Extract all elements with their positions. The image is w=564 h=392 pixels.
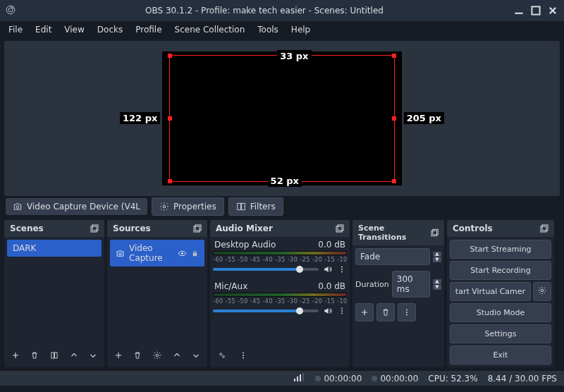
source-up-button[interactable] — [168, 346, 185, 365]
controls-dock: Controls Start Streaming Start Recording… — [447, 220, 554, 367]
speaker-icon[interactable] — [323, 264, 333, 274]
svg-rect-3 — [532, 6, 539, 14]
volume-slider[interactable] — [213, 268, 319, 271]
svg-rect-35 — [541, 226, 546, 232]
svg-rect-31 — [433, 229, 439, 235]
duration-spin[interactable]: ▲▼ — [433, 279, 441, 290]
more-icon[interactable] — [337, 306, 347, 316]
svg-rect-2 — [515, 13, 522, 14]
add-transition-button[interactable] — [355, 303, 374, 321]
duration-field[interactable]: 300 ms — [392, 271, 430, 298]
transition-more-button[interactable] — [398, 303, 416, 321]
svg-rect-10 — [51, 353, 54, 358]
dock-row: Scenes DARK Sources Video Capture — [0, 217, 564, 370]
menu-profile[interactable]: Profile — [130, 23, 167, 37]
start-recording-button[interactable]: Start Recording — [450, 261, 551, 280]
menu-bar: File Edit View Docks Profile Scene Colle… — [0, 21, 564, 38]
transition-select[interactable]: Fade — [355, 248, 430, 265]
svg-rect-40 — [300, 374, 301, 381]
exit-button[interactable]: Exit — [450, 345, 551, 365]
scene-item[interactable]: DARK — [7, 240, 102, 257]
svg-point-24 — [341, 313, 343, 314]
source-properties-button[interactable] — [149, 346, 166, 365]
svg-point-32 — [406, 310, 407, 311]
svg-point-29 — [243, 357, 244, 359]
delete-scene-button[interactable] — [27, 346, 44, 365]
title-bar: OBS 30.1.2 - Profile: make tech easier -… — [0, 0, 564, 21]
network-icon — [294, 373, 305, 384]
menu-docks[interactable]: Docks — [92, 23, 128, 37]
vu-meter — [213, 293, 347, 297]
virtual-camera-settings-button[interactable] — [533, 282, 551, 301]
popout-icon[interactable] — [540, 224, 548, 233]
add-scene-button[interactable] — [7, 346, 24, 365]
svg-point-4 — [16, 206, 19, 209]
mixer-dock: Audio Mixer Desktop Audio0.0 dB -60 -55 … — [210, 220, 350, 367]
preview-area[interactable]: 33 px 122 px 205 px 52 px — [4, 41, 560, 196]
close-button[interactable] — [547, 5, 558, 16]
delete-source-button[interactable] — [130, 346, 147, 365]
svg-point-37 — [541, 289, 544, 292]
svg-rect-7 — [241, 203, 245, 209]
menu-view[interactable]: View — [59, 23, 90, 37]
preview-canvas[interactable]: 33 px 122 px 205 px 52 px — [162, 51, 402, 185]
svg-rect-8 — [91, 226, 97, 232]
svg-point-15 — [181, 252, 183, 255]
fps: 8.44 / 30.00 FPS — [488, 374, 557, 384]
gear-icon — [159, 202, 169, 212]
controls-title: Controls — [453, 223, 493, 233]
scene-up-button[interactable] — [66, 346, 82, 365]
volume-slider[interactable] — [213, 310, 319, 312]
popout-icon[interactable] — [193, 224, 202, 233]
svg-rect-12 — [194, 226, 200, 232]
menu-help[interactable]: Help — [286, 23, 316, 37]
svg-point-1 — [8, 8, 13, 12]
menu-file[interactable]: File — [3, 23, 28, 37]
maximize-button[interactable] — [530, 5, 541, 16]
virtual-camera-button[interactable]: tart Virtual Camer — [450, 282, 531, 301]
selected-source-label: Video Capture Device (V4L — [27, 202, 140, 212]
svg-rect-18 — [338, 225, 343, 231]
source-down-button[interactable] — [188, 346, 204, 365]
minimize-button[interactable] — [513, 5, 525, 16]
sources-dock: Sources Video Capture — [107, 220, 207, 367]
svg-point-5 — [163, 205, 166, 208]
filters-button[interactable]: Filters — [228, 197, 283, 216]
svg-point-22 — [341, 308, 343, 310]
add-source-button[interactable] — [110, 346, 127, 365]
delete-transition-button[interactable] — [376, 303, 395, 321]
studio-mode-button[interactable]: Studio Mode — [450, 303, 551, 322]
selection-box[interactable] — [169, 55, 395, 182]
obs-logo-icon — [6, 5, 16, 17]
properties-button[interactable]: Properties — [152, 197, 224, 216]
settings-button[interactable]: Settings — [450, 324, 551, 343]
lock-icon[interactable] — [191, 250, 199, 257]
menu-edit[interactable]: Edit — [30, 23, 57, 37]
transition-spin[interactable]: ▲▼ — [433, 252, 441, 262]
svg-rect-9 — [92, 225, 98, 231]
svg-rect-39 — [297, 376, 298, 381]
source-item[interactable]: Video Capture — [110, 240, 204, 267]
svg-rect-41 — [302, 373, 304, 381]
popout-icon[interactable] — [336, 224, 344, 233]
svg-point-33 — [406, 312, 407, 313]
filters-icon — [236, 202, 246, 212]
menu-tools[interactable]: Tools — [252, 23, 284, 37]
mixer-settings-button[interactable] — [213, 346, 231, 365]
mixer-more-button[interactable] — [234, 346, 252, 365]
scene-down-button[interactable] — [85, 346, 102, 365]
stream-time: 00:00:00 — [315, 374, 362, 384]
svg-point-14 — [119, 252, 121, 255]
more-icon[interactable] — [337, 264, 347, 274]
menu-scene-collection[interactable]: Scene Collection — [169, 23, 251, 37]
speaker-icon[interactable] — [323, 306, 333, 316]
popout-icon[interactable] — [431, 228, 439, 237]
mixer-channel-mic: Mic/Aux0.0 dB -60 -55 -50 -45 -40 -35 -3… — [213, 281, 347, 316]
svg-point-26 — [222, 355, 224, 357]
eye-icon[interactable] — [178, 249, 187, 258]
popout-icon[interactable] — [90, 224, 99, 233]
start-streaming-button[interactable]: Start Streaming — [450, 240, 551, 259]
svg-point-21 — [341, 271, 343, 273]
scene-filters-button[interactable] — [46, 346, 63, 365]
margin-right-label: 205 px — [404, 112, 444, 124]
